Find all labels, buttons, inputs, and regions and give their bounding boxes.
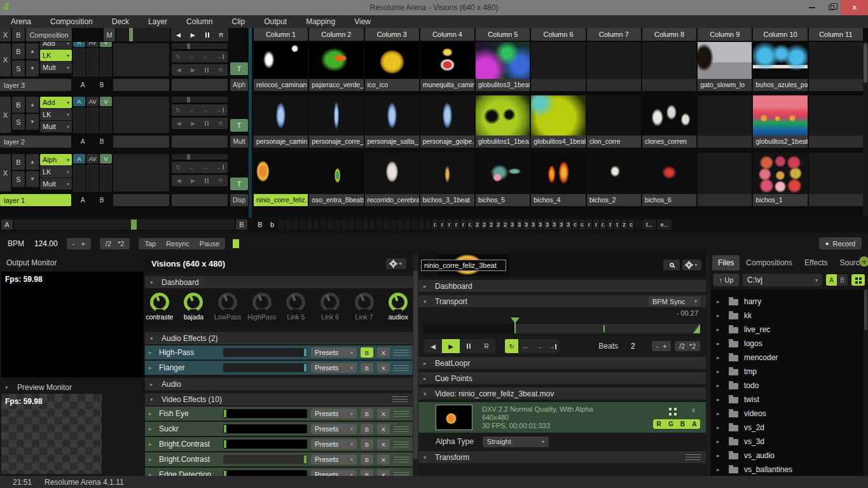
effect-remove-button[interactable]: X [377,424,390,434]
clip-cell[interactable]: bichos_2 [587,153,641,206]
play-hold-button[interactable]: → [546,339,559,353]
shortcut-key[interactable] [390,220,396,230]
layer-audio-slider[interactable] [73,48,85,76]
layer-video-slider[interactable] [100,165,112,192]
dashboard-knob[interactable]: Link 5 [282,293,311,321]
clip-cell[interactable] [587,42,641,91]
bank-b2-label[interactable]: b [268,220,277,230]
shortcut-key[interactable] [300,220,305,230]
folder-row[interactable]: ▸ kk [710,309,868,323]
clip-thumbnail[interactable] [309,95,363,136]
effect-bypass-button[interactable]: B [361,470,373,476]
composition-master-button[interactable]: M [104,28,115,41]
clip-cell[interactable]: personaje_camin... [254,95,308,148]
menu-item[interactable]: Column [177,17,222,26]
chevron-right-icon[interactable]: ▸ [717,466,723,473]
layer-trigger-button[interactable]: T [230,62,248,75]
clip-name[interactable]: relocos_caminan [254,79,308,91]
layer-clear-button[interactable]: X [0,43,11,76]
clip-name[interactable]: globulitos2_1beat [753,136,807,148]
clip-thumbnail[interactable] [420,95,474,136]
layer-fader[interactable] [113,43,169,76]
clip-cell[interactable]: personaje_corre_... [309,95,363,148]
shortcut-key[interactable]: 3 [516,220,522,230]
shortcut-key[interactable] [404,220,410,230]
shortcut-key[interactable]: 2 [502,220,508,230]
clip-name[interactable]: bichos_6 [642,194,696,206]
shortcut-key[interactable] [383,220,389,230]
folder-row[interactable]: ▸ videos [710,407,868,421]
layer-transition-dropdown[interactable]: LK▾ [40,109,72,120]
layer-crossfader-b[interactable]: B [95,136,108,148]
slider-thumb[interactable] [224,425,226,433]
clip-cell[interactable]: bichos_4 [531,153,585,206]
pause-button[interactable] [460,339,478,353]
shortcut-key[interactable] [279,220,284,230]
knob-icon[interactable] [184,293,203,312]
deck-b-button[interactable]: B [837,274,848,286]
clip-name[interactable]: personaje_golpe... [420,136,474,148]
layer-crossfader-a[interactable]: A [76,194,89,206]
play-icon[interactable]: ▶ [191,178,195,184]
drag-handle-icon[interactable] [685,454,701,460]
channel-b-button[interactable]: B [680,421,685,428]
effect-remove-button[interactable]: X [377,454,390,464]
chevron-right-icon[interactable]: ▸ [717,298,723,305]
video-effect-row[interactable]: ▸ Fish Eye Presets▾ B X [145,407,413,421]
loop-icon[interactable]: ↻ [176,107,181,113]
beats-decrease-button[interactable]: - [656,342,659,350]
menu-item[interactable]: View [345,17,380,26]
clip-thumbnail[interactable] [420,42,474,79]
folder-row[interactable]: ▸ vs_ballantines [710,463,868,476]
folder-name[interactable]: vs_3d [744,437,764,446]
presets-dropdown[interactable]: Presets▾ [311,454,357,464]
chevron-right-icon[interactable]: ▸ [149,410,155,417]
section-clip-dashboard[interactable]: ▸ Dashboard [418,280,706,292]
path-dropdown[interactable]: C:\vj▾ [743,274,822,286]
hold-icon[interactable]: → [216,107,224,113]
composition-fader[interactable] [116,28,170,41]
clip-name[interactable]: globulitos3_1beat [476,79,530,91]
shortcut-key[interactable]: e... [658,220,672,230]
shortcut-key[interactable]: 3 [558,220,564,230]
shortcut-key[interactable]: 3 [565,220,571,230]
section-video-file[interactable]: ▾ Video: ninio_corre_feliz_3beat.mov [418,387,706,400]
clip-cell[interactable]: personaje_golpe... [420,95,474,148]
dashboard-knob[interactable]: bajada [179,293,209,321]
clip-name[interactable]: ninio_corre_feliz... [254,194,308,206]
clip-thumbnail[interactable] [809,95,863,136]
clip-name[interactable]: bichos_4 [531,194,585,206]
shortcut-key[interactable]: 2 [481,220,487,230]
clip-thumbnail[interactable] [365,95,419,136]
layer-av-slider[interactable] [86,108,99,133]
layer-speed-slider[interactable] [172,43,228,49]
shortcut-key[interactable]: r [460,220,466,230]
effect-slider[interactable] [223,409,307,418]
clip-thumbnail[interactable] [254,153,308,194]
record-button[interactable]: ●Record [819,237,862,249]
layer-video-button[interactable]: V [100,154,112,164]
column-header[interactable]: Column 4 [420,28,474,41]
column-header[interactable]: Column 6 [531,28,585,41]
shortcut-key[interactable]: 2 [474,220,480,230]
drag-handle-icon[interactable] [394,411,409,417]
menu-item[interactable]: Deck [102,17,139,26]
layer-mask-dropdown[interactable]: Mult▾ [40,121,72,132]
play-once-button[interactable]: → [532,339,546,353]
play-icon[interactable]: ▶ [191,120,195,127]
column-header[interactable]: Column 11 [809,28,863,41]
section-dashboard[interactable]: ▾ Dashboard [145,276,413,288]
layer-video-button[interactable]: V [100,97,112,106]
hold-icon[interactable]: → [216,53,224,60]
clip-cell[interactable]: globulitos4_1beat [531,95,585,148]
clip-thumbnail[interactable] [642,42,696,79]
clip-settings-button[interactable]: ▾ [682,260,701,270]
section-transport[interactable]: ▾ Transport BPM Sync▾ [418,295,706,307]
clip-name[interactable] [698,136,752,148]
folder-name[interactable]: todo [744,381,759,390]
chevron-right-icon[interactable]: ▸ [149,426,155,432]
clip-cell[interactable]: globulitos3_1beat [476,42,530,91]
folder-row[interactable]: ▸ mencoder [710,351,868,365]
clip-name-input[interactable] [421,260,506,271]
alpha-type-dropdown[interactable]: Straight▾ [483,436,549,447]
